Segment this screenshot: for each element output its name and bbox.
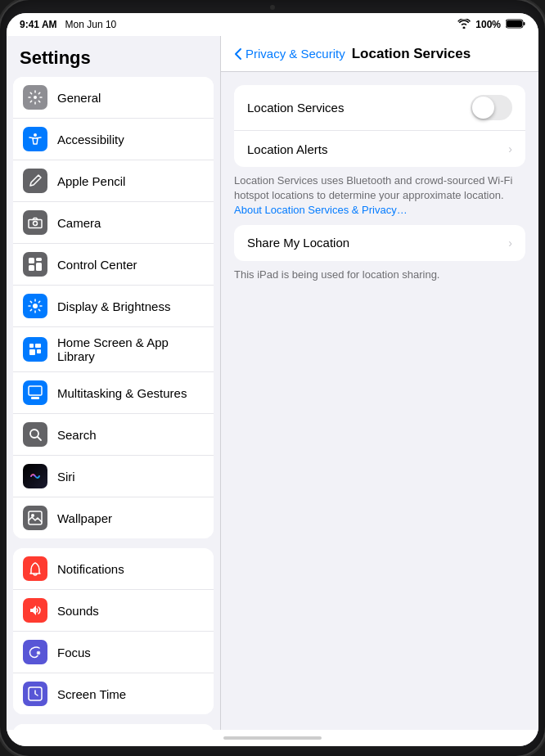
search-icon [23, 422, 47, 447]
home-screen-label: Home Screen & App Library [57, 335, 204, 363]
sidebar-title: Settings [7, 36, 220, 77]
location-alerts-row[interactable]: Location Alerts › [234, 131, 525, 167]
sidebar-item-face-id[interactable]: Face ID & Passcode [13, 724, 214, 730]
notifications-icon [23, 556, 47, 581]
location-services-toggle[interactable] [471, 95, 512, 120]
svg-rect-12 [35, 344, 41, 348]
svg-rect-11 [29, 344, 34, 348]
sidebar-item-control-center[interactable]: Control Center [13, 244, 214, 286]
svg-point-4 [34, 133, 37, 137]
home-indicator [7, 730, 538, 746]
sidebar-item-apple-pencil[interactable]: Apple Pencil [13, 160, 214, 202]
svg-rect-2 [524, 22, 525, 25]
camera-label: Camera [57, 216, 101, 230]
share-location-sub: This iPad is being used for location sha… [234, 268, 439, 281]
date: Mon Jun 10 [65, 19, 117, 30]
svg-rect-16 [31, 397, 39, 399]
detail-content: Location Services Location Alerts › Loca… [221, 72, 538, 302]
sidebar-item-general[interactable]: General [13, 77, 214, 119]
share-location-chevron: › [508, 236, 512, 250]
share-location-group: Share My Location › [234, 225, 525, 261]
screen: 9:41 AM Mon Jun 10 100% Settings [7, 13, 538, 746]
sounds-label: Sounds [57, 604, 99, 618]
svg-rect-13 [29, 349, 35, 355]
location-services-label: Location Services [247, 101, 471, 115]
svg-point-5 [34, 222, 38, 226]
camera-icon [23, 210, 47, 235]
sidebar-item-search[interactable]: Search [13, 414, 214, 456]
back-link[interactable]: Privacy & Security [234, 47, 345, 61]
sidebar: Settings General Accessibility [7, 36, 221, 730]
status-bar: 9:41 AM Mon Jun 10 100% [7, 13, 538, 36]
main-content: Settings General Accessibility [7, 36, 538, 730]
sidebar-item-screen-time[interactable]: Screen Time [13, 673, 214, 714]
detail-title: Location Services [352, 46, 471, 62]
battery: 100% [475, 19, 501, 30]
wallpaper-icon [23, 506, 47, 530]
home-screen-icon [23, 337, 47, 362]
share-location-label: Share My Location [247, 236, 508, 250]
sidebar-item-multitasking[interactable]: Multitasking & Gestures [13, 372, 214, 414]
display-brightness-icon [23, 294, 47, 318]
sidebar-group-3: Face ID & Passcode Privacy & Security [13, 724, 214, 730]
screen-time-icon [23, 682, 47, 706]
sidebar-item-siri[interactable]: Siri [13, 456, 214, 497]
detail-nav: Privacy & Security Location Services [221, 36, 538, 72]
svg-rect-7 [36, 258, 42, 261]
screen-time-label: Screen Time [57, 687, 126, 701]
ipad-frame: 9:41 AM Mon Jun 10 100% Settings [0, 0, 545, 756]
sidebar-item-wallpaper[interactable]: Wallpaper [13, 497, 214, 538]
status-left: 9:41 AM Mon Jun 10 [20, 19, 116, 30]
svg-rect-14 [37, 349, 41, 353]
accessibility-icon [23, 127, 47, 151]
location-alerts-label: Location Alerts [247, 142, 508, 156]
sounds-icon [23, 598, 47, 623]
sidebar-group-2: Notifications Sounds Focus [13, 548, 214, 714]
battery-icon [506, 19, 525, 31]
notifications-label: Notifications [57, 562, 124, 576]
svg-point-10 [33, 304, 38, 308]
share-location-description: This iPad is being used for location sha… [234, 268, 525, 282]
svg-point-3 [34, 96, 37, 99]
apple-pencil-label: Apple Pencil [57, 174, 125, 188]
status-right: 100% [457, 19, 525, 31]
sidebar-item-accessibility[interactable]: Accessibility [13, 119, 214, 160]
control-center-label: Control Center [57, 258, 137, 272]
general-icon [23, 85, 47, 110]
display-brightness-label: Display & Brightness [57, 299, 170, 313]
apple-pencil-icon [23, 169, 47, 193]
sidebar-item-sounds[interactable]: Sounds [13, 590, 214, 632]
location-services-row[interactable]: Location Services [234, 85, 525, 131]
svg-rect-6 [29, 258, 34, 263]
siri-icon [23, 464, 47, 488]
sidebar-item-camera[interactable]: Camera [13, 202, 214, 244]
wallpaper-label: Wallpaper [57, 511, 112, 525]
sidebar-item-home-screen[interactable]: Home Screen & App Library [13, 327, 214, 372]
svg-rect-15 [29, 386, 42, 395]
focus-label: Focus [57, 646, 91, 659]
svg-rect-9 [29, 265, 34, 271]
home-bar [223, 736, 322, 740]
location-description-link[interactable]: About Location Services & Privacy… [234, 204, 408, 216]
control-center-icon [23, 252, 47, 277]
sidebar-item-notifications[interactable]: Notifications [13, 548, 214, 590]
sidebar-group-1: General Accessibility Apple Pencil [13, 77, 214, 538]
location-alerts-chevron: › [508, 142, 512, 155]
multitasking-icon [23, 380, 47, 405]
accessibility-label: Accessibility [57, 133, 124, 146]
multitasking-label: Multitasking & Gestures [57, 386, 187, 400]
detail-panel: Privacy & Security Location Services Loc… [221, 36, 538, 730]
svg-rect-8 [36, 263, 42, 271]
siri-label: Siri [57, 470, 75, 484]
wifi-icon [457, 19, 471, 31]
location-services-group: Location Services Location Alerts › [234, 85, 525, 167]
svg-rect-1 [507, 20, 522, 27]
back-link-label: Privacy & Security [245, 47, 345, 61]
general-label: General [57, 91, 101, 105]
location-description: Location Services uses Bluetooth and cro… [234, 173, 525, 218]
sidebar-item-focus[interactable]: Focus [13, 632, 214, 673]
share-location-row[interactable]: Share My Location › [234, 225, 525, 261]
front-camera [270, 5, 275, 10]
search-label: Search [57, 428, 97, 442]
sidebar-item-display-brightness[interactable]: Display & Brightness [13, 286, 214, 327]
